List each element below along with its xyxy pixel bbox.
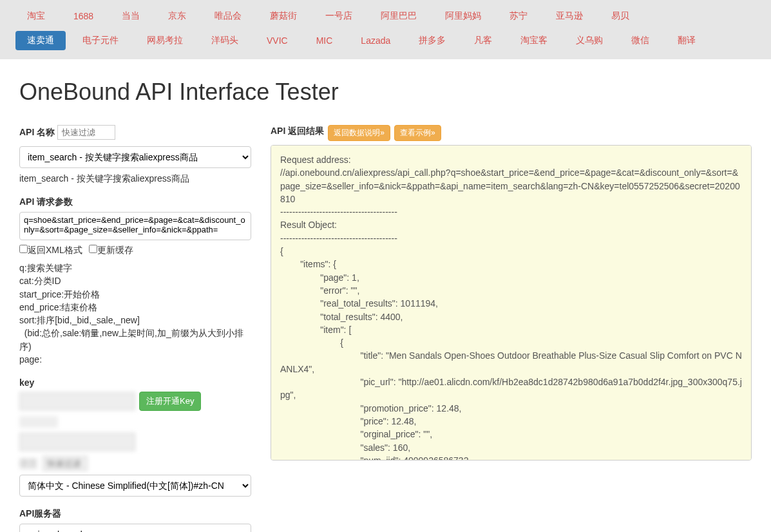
- nav-item[interactable]: VVIC: [255, 32, 300, 50]
- lang-label: 语言: [19, 458, 37, 470]
- nav-item[interactable]: MIC: [305, 32, 345, 50]
- nav-item[interactable]: 易贝: [600, 6, 641, 26]
- key-label: key: [19, 377, 34, 388]
- schema-button[interactable]: 返回数据说明»: [328, 125, 390, 141]
- result-label: API 返回结果: [271, 126, 324, 137]
- lang-select[interactable]: 简体中文 - Chinese Simplified(中文[简体])#zh-CN: [19, 475, 251, 497]
- api-name-label: API 名称: [19, 127, 55, 138]
- nav-item[interactable]: 阿里巴巴: [369, 6, 428, 26]
- params-textarea[interactable]: [19, 212, 251, 240]
- nav-item[interactable]: 电子元件: [71, 31, 130, 50]
- api-filter-input[interactable]: [57, 125, 115, 140]
- example-button[interactable]: 查看示例»: [394, 125, 441, 141]
- xml-checkbox[interactable]: [19, 245, 28, 253]
- server-select[interactable]: api.onebound.cn: [19, 524, 251, 532]
- nav-item[interactable]: 淘宝: [15, 6, 57, 26]
- secret-input[interactable]: [19, 433, 135, 451]
- api-select[interactable]: item_search - 按关键字搜索aliexpress商品: [19, 146, 251, 168]
- nav-item[interactable]: 翻译: [666, 31, 707, 50]
- nav-item[interactable]: Lazada: [349, 32, 402, 50]
- params-label: API 请求参数: [19, 196, 73, 208]
- nav-item[interactable]: 当当: [110, 6, 151, 26]
- nav-item[interactable]: 淘宝客: [509, 31, 559, 50]
- register-key-button[interactable]: 注册开通Key: [139, 392, 201, 411]
- nav-item[interactable]: 网易考拉: [135, 31, 195, 50]
- nav-item[interactable]: 洋码头: [200, 31, 250, 50]
- nav-item[interactable]: 阿里妈妈: [433, 6, 493, 26]
- nav-item[interactable]: 凡客: [462, 31, 504, 50]
- nav-item[interactable]: 苏宁: [498, 6, 539, 26]
- lang-filter-input[interactable]: [43, 456, 88, 471]
- key-input[interactable]: [19, 392, 135, 410]
- result-box[interactable]: Request address: //api.onebound.cn/aliex…: [271, 145, 752, 461]
- nav-item[interactable]: 拼多多: [407, 31, 457, 50]
- left-panel: API 名称 item_search - 按关键字搜索aliexpress商品 …: [19, 125, 251, 532]
- cache-checkbox[interactable]: [89, 245, 97, 253]
- api-name-text: item_search - 按关键字搜索aliexpress商品: [19, 173, 251, 185]
- nav-item[interactable]: 一号店: [314, 6, 364, 26]
- cache-checkbox-label[interactable]: 更新缓存: [89, 245, 133, 255]
- right-panel: API 返回结果 返回数据说明» 查看示例» Request address: …: [271, 125, 752, 532]
- nav-item[interactable]: 速卖通: [15, 31, 66, 50]
- nav-item[interactable]: 蘑菇街: [258, 6, 309, 26]
- nav-item[interactable]: 微信: [620, 31, 661, 50]
- server-label: API服务器: [19, 508, 61, 520]
- param-hints: q:搜索关键字 cat:分类ID start_price:开始价格 end_pr…: [19, 261, 251, 366]
- nav-item[interactable]: 1688: [62, 7, 105, 25]
- nav-item[interactable]: 京东: [157, 6, 198, 26]
- nav-item[interactable]: 唯品会: [203, 6, 253, 26]
- page-title: OneBound API Interface Tester: [19, 79, 752, 106]
- nav-item[interactable]: 亚马逊: [544, 6, 595, 26]
- xml-checkbox-label[interactable]: 返回XML格式: [19, 245, 82, 255]
- top-nav: 淘宝1688当当京东唯品会蘑菇街一号店阿里巴巴阿里妈妈苏宁亚马逊易贝 速卖通电子…: [0, 0, 771, 59]
- nav-item[interactable]: 义乌购: [564, 31, 614, 50]
